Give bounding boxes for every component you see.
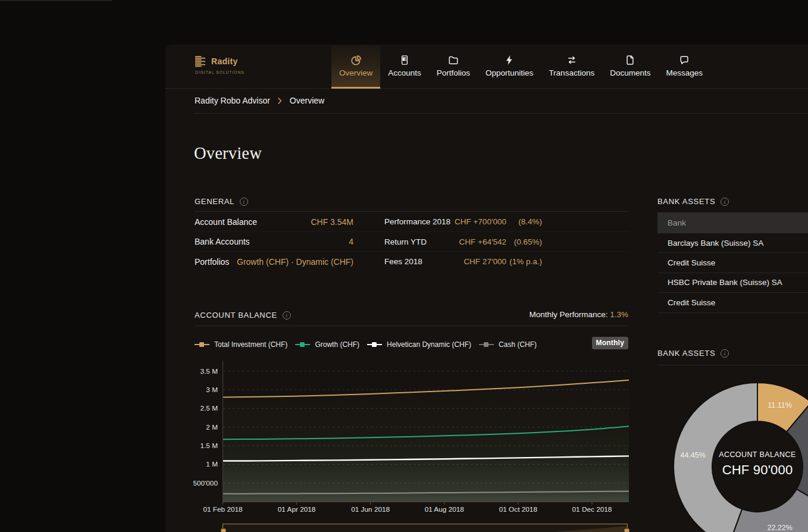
row-percent: (1% p.a.) (506, 257, 542, 266)
breadcrumb-root[interactable]: Radity Robo Advisor (195, 96, 270, 105)
svg-text:2 M: 2 M (206, 423, 218, 431)
pie-chart-icon (350, 54, 362, 67)
chart-range-brush[interactable] (223, 524, 628, 532)
table-row: Return YTDCHF +64'542(0.65%) (384, 232, 542, 252)
bank-row[interactable]: Credit Suisse (657, 293, 808, 312)
nav-tab-transactions[interactable]: Transactions (541, 45, 602, 88)
row-percent: (8.4%) (506, 217, 542, 226)
app-header: Radity DIGITAL SOLUTIONS Overview Accoun… (165, 45, 808, 89)
bank-assets-table: Bank Barclays Bank (Suisse) SA Credit Su… (657, 212, 808, 313)
svg-text:01 Jun 2018: 01 Jun 2018 (351, 505, 390, 514)
svg-text:11.11%: 11.11% (768, 401, 792, 409)
svg-text:2.5 M: 2.5 M (200, 404, 218, 412)
bank-name: HSBC Private Bank (Suisse) SA (668, 278, 782, 287)
row-divider (195, 251, 628, 252)
bank-row[interactable]: HSBC Private Bank (Suisse) SA (657, 273, 808, 293)
row-label: Performance 2018 (384, 217, 450, 226)
chat-bubble-icon (678, 54, 690, 67)
bank-assets-title-text: BANK ASSETS (657, 197, 715, 206)
general-title-text: GENERAL (195, 197, 234, 206)
bank-column-header-label: Bank (668, 218, 686, 227)
general-table-left: Account BalanceCHF 3.54M Bank Accounts4 … (195, 212, 353, 272)
table-row: Fees 2018CHF 27'000(1% p.a.) (384, 252, 542, 272)
nav-tab-portfolios[interactable]: Portfolios (429, 45, 478, 88)
page-title: Overview (194, 143, 262, 164)
bank-row[interactable]: Credit Suisse (657, 253, 808, 273)
row-value: CHF +700'000 (450, 217, 506, 226)
svg-text:01 Aug 2018: 01 Aug 2018 (425, 505, 465, 514)
brush-minichart-wedge (441, 524, 627, 532)
bank-row[interactable]: Barclays Bank (Suisse) SA (657, 233, 808, 253)
svg-text:3.5 M: 3.5 M (200, 367, 218, 375)
radity-logo-icon (195, 56, 208, 68)
monthly-performance: Monthly Performance: 1.3% (195, 310, 628, 319)
bank-name: Credit Suisse (668, 258, 715, 267)
brush-handle-right[interactable] (624, 528, 630, 532)
brand-name: Radity (211, 57, 238, 66)
svg-text:3 M: 3 M (206, 386, 218, 394)
svg-text:01 Feb 2018: 01 Feb 2018 (203, 505, 243, 514)
row-label: Bank Accounts (195, 237, 250, 246)
nav-tab-label: Accounts (388, 68, 421, 77)
row-value: Growth (CHF) · Dynamic (CHF) (237, 257, 353, 267)
donut-center: ACCOUNT BALANCE CHF 90'000 (688, 450, 808, 478)
allocation-section-title: BANK ASSETS (657, 349, 729, 358)
row-value: CHF +64'542 (427, 237, 506, 246)
nav-tab-opportunities[interactable]: Opportunities (478, 45, 541, 88)
monthly-performance-label: Monthly Performance: (529, 310, 607, 319)
breadcrumb: Radity Robo Advisor Overview (195, 88, 324, 113)
svg-text:1.5 M: 1.5 M (200, 442, 218, 450)
nav-tab-label: Messages (666, 68, 703, 77)
info-icon[interactable] (721, 349, 729, 358)
brush-handle-left[interactable] (221, 528, 226, 532)
nav-tab-label: Portfolios (437, 68, 470, 77)
folder-icon (447, 54, 459, 67)
row-value: 4 (349, 237, 353, 246)
svg-text:500'000: 500'000 (193, 479, 218, 487)
allocation-divider (657, 365, 808, 365)
repeat-arrows-icon (566, 54, 578, 67)
breadcrumb-current: Overview (290, 96, 324, 105)
info-icon[interactable] (240, 198, 248, 206)
lightning-icon (503, 54, 515, 67)
nav-tab-messages[interactable]: Messages (658, 45, 710, 88)
brand-logo[interactable]: Radity DIGITAL SOLUTIONS (195, 55, 266, 79)
chevron-right-icon (278, 98, 282, 104)
svg-text:22.22%: 22.22% (767, 524, 792, 532)
bank-assets-donut-chart: 11.11%22.22%22.22%44.45% (657, 367, 808, 532)
bank-assets-section-title: BANK ASSETS (657, 197, 729, 206)
bank-name: Credit Suisse (668, 298, 715, 307)
nav-tab-accounts[interactable]: Accounts (380, 45, 429, 88)
nav-tab-label: Opportunities (486, 68, 533, 77)
row-label: Account Balance (195, 217, 257, 227)
table-row: Bank Accounts4 (195, 232, 353, 252)
breadcrumb-divider (195, 113, 808, 114)
bank-column-header: Bank (657, 212, 808, 233)
allocation-title-text: BANK ASSETS (657, 349, 715, 358)
account-balance-line-chart: 3.5 M3 M2.5 M2 M1.5 M1 M500'00001 Feb 20… (195, 357, 630, 532)
svg-text:01 Apr 2018: 01 Apr 2018 (278, 505, 316, 514)
info-icon[interactable] (721, 198, 729, 206)
account-balance-divider (195, 326, 628, 326)
row-divider (195, 231, 628, 232)
svg-text:1 M: 1 M (206, 460, 218, 468)
table-row: Account BalanceCHF 3.54M (195, 212, 353, 232)
app-window: Radity DIGITAL SOLUTIONS Overview Accoun… (165, 45, 808, 532)
table-row: Performance 2018CHF +700'000(8.4%) (384, 212, 542, 232)
nav-tab-label: Overview (339, 68, 372, 77)
stage: Radity DIGITAL SOLUTIONS Overview Accoun… (0, 0, 808, 532)
nav-tab-label: Documents (610, 68, 650, 77)
general-table-right: Performance 2018CHF +700'000(8.4%) Retur… (384, 212, 542, 272)
bank-name: Barclays Bank (Suisse) SA (668, 239, 763, 248)
period-chip-wrap: Monthly (195, 337, 628, 349)
nav-tab-overview[interactable]: Overview (331, 45, 380, 88)
row-label: Fees 2018 (384, 257, 422, 266)
donut-center-value: CHF 90'000 (688, 462, 808, 478)
row-label: Return YTD (384, 237, 427, 246)
nav-tab-documents[interactable]: Documents (602, 45, 658, 88)
row-percent: (0.65%) (506, 237, 542, 246)
nav-tab-label: Transactions (549, 68, 594, 77)
period-button-monthly[interactable]: Monthly (592, 337, 628, 349)
document-icon (624, 54, 636, 67)
svg-text:01 Dec 2018: 01 Dec 2018 (572, 505, 612, 514)
